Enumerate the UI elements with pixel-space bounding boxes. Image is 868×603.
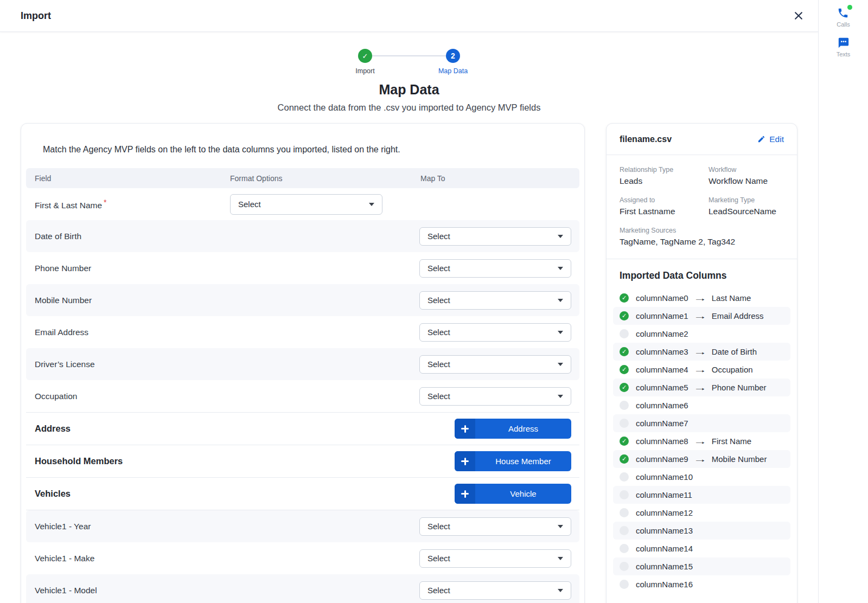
add-button-label: Address [475,424,571,433]
page-subtitle: Connect the data from the .csv you impor… [0,102,818,113]
step-import-circle[interactable]: ✓ [358,49,372,63]
field-row: Vehicle1 - Model Select [26,574,579,603]
meta-value: Leads [620,176,709,186]
column-name: columnName9 [636,454,688,464]
imported-column-item: columnName2 [613,325,790,343]
imported-column-item: ✓ columnName4 → Occupation [613,361,790,379]
format-options-select[interactable]: Select [230,194,382,215]
edit-label: Edit [769,134,784,144]
mapped-field-name: Occupation [712,365,753,374]
close-icon [793,10,804,21]
mapped-field-name: Last Name [712,293,751,303]
mapping-card: Match the Agency MVP fields on the left … [21,123,585,603]
select-placeholder: Select [427,328,450,337]
mapping-table: Field Format Options Map To First & Last… [26,168,579,603]
meta-item: Workflow Workflow Name [709,166,784,186]
mapped-field-name: Date of Birth [712,347,757,356]
mapped-check-icon: ✓ [620,347,629,356]
rail-item-texts[interactable]: Texts [837,36,851,57]
field-label: Email Address [35,328,88,337]
rail-item-calls[interactable]: Calls [837,7,850,28]
column-name: columnName8 [636,437,688,446]
field-label: Vehicle1 - Year [35,522,91,531]
edit-button[interactable]: Edit [757,134,784,144]
online-dot-icon [847,5,852,10]
meta-label: Workflow [709,166,784,174]
rail-item-label: Texts [837,51,851,57]
close-button[interactable] [793,10,804,21]
plus-icon [461,490,469,498]
file-header: filename.csv Edit [607,124,797,155]
add-address-button[interactable]: Address [455,419,571,439]
map-to-select[interactable]: Select [419,323,571,342]
section-title: Vehicles [35,489,71,499]
imported-columns-title: Imported Data Columns [620,270,784,281]
field-row: First & Last Name* Select [26,188,579,220]
field-label: Vehicle1 - Model [35,586,97,595]
mapped-field-name: Mobile Number [712,454,767,464]
meta-item: Marketing Type LeadSourceName [709,196,784,216]
required-marker: * [104,198,106,207]
map-to-select[interactable]: Select [419,227,571,246]
imported-column-item: columnName11 [613,486,790,504]
column-header-map-to: Map To [420,174,579,183]
map-to-select[interactable]: Select [419,581,571,600]
column-name: columnName13 [636,526,693,535]
map-to-select[interactable]: Select [419,387,571,406]
section-title: Household Members [35,456,123,466]
arrow-right-icon: → [693,437,707,446]
select-placeholder: Select [427,296,450,305]
mapping-instruction: Match the Agency MVP fields on the left … [43,144,563,155]
unmapped-circle-icon [620,472,629,482]
edit-pencil-icon [757,135,765,143]
table-header: Field Format Options Map To [26,168,579,188]
imported-column-item: columnName6 [613,396,790,414]
rail-item-label: Calls [837,21,850,28]
right-rail: Calls Texts [818,0,868,603]
map-to-select[interactable]: Select [419,259,571,278]
imported-column-item: columnName12 [613,504,790,522]
imported-column-item: ✓ columnName0 → Last Name [613,289,790,307]
field-row: Vehicle1 - Year Select [26,510,579,542]
add-vehicle-button[interactable]: Vehicle [455,484,571,504]
mapped-check-icon: ✓ [620,383,629,392]
select-placeholder: Select [427,392,450,401]
imported-column-item: ✓ columnName1 → Email Address [613,307,790,325]
imported-column-item: ✓ columnName5 → Phone Number [613,379,790,396]
meta-label: Assigned to [620,196,709,204]
field-label: Phone Number [35,264,91,273]
step-map-data-circle[interactable]: 2 [446,49,460,63]
vehicle-rows: Vehicle1 - Year Select Vehicle1 - Make [26,510,579,603]
imported-column-item: columnName10 [613,468,790,486]
file-panel: filename.csv Edit Relationship Type Lead… [606,123,797,603]
step-map-data-label[interactable]: Map Data [438,67,468,75]
mapped-field-name: Email Address [712,311,764,320]
field-label: Mobile Number [35,296,92,305]
map-to-select[interactable]: Select [419,291,571,310]
map-to-select[interactable]: Select [419,549,571,568]
unmapped-circle-icon [620,562,629,571]
field-row: Date of Birth Select [26,220,579,252]
field-label: Driver’s License [35,360,95,369]
imported-column-item: columnName14 [613,540,790,557]
arrow-right-icon: → [693,311,707,320]
column-name: columnName2 [636,329,688,338]
column-name: columnName10 [636,472,693,482]
add-house-member-button[interactable]: House Member [455,451,571,471]
meta-item: Relationship Type Leads [620,166,709,186]
imported-column-item: columnName15 [613,557,790,575]
map-to-select[interactable]: Select [419,355,571,374]
arrow-right-icon: → [693,293,707,303]
chevron-down-icon [558,589,563,592]
mapped-check-icon: ✓ [620,293,629,303]
step-import-label[interactable]: Import [355,67,374,75]
imported-column-item: ✓ columnName9 → Mobile Number [613,450,790,468]
filename: filename.csv [620,134,672,144]
column-header-format-options: Format Options [230,174,420,183]
field-rows: First & Last Name* Select Dat [26,188,579,412]
chevron-down-icon [558,363,563,366]
column-name: columnName7 [636,419,688,428]
meta-value: First Lastname [620,207,709,216]
map-to-select[interactable]: Select [419,517,571,536]
section-title: Address [35,424,71,434]
